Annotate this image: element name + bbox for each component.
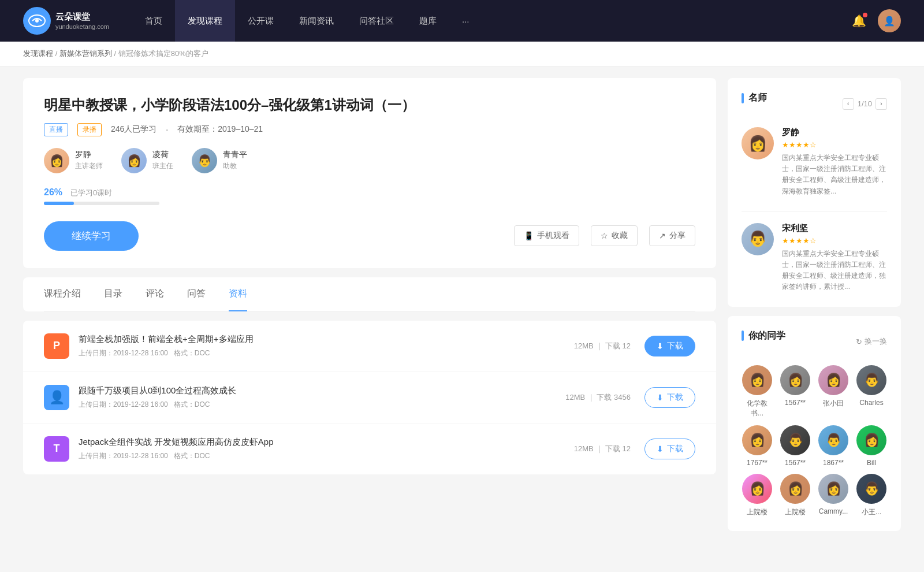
classmate-name-1: 1567**: [785, 399, 806, 407]
teacher-info-2: 凌荷 班主任: [152, 150, 173, 171]
classmate-avatar-6[interactable]: 👨: [818, 425, 848, 455]
teacher-role-1: 主讲老师: [75, 161, 103, 171]
classmate-avatar-9[interactable]: 👩: [780, 474, 810, 504]
teacher-info-1: 罗静 主讲老师: [75, 150, 103, 171]
resource-icon-3: T: [44, 436, 69, 462]
mobile-watch-button[interactable]: 📱 手机观看: [514, 225, 579, 246]
star-icon: ☆: [601, 231, 608, 240]
tabs-row: 课程介绍 目录 评论 问答 资料: [44, 277, 695, 311]
next-teacher-btn[interactable]: ›: [875, 98, 887, 110]
nav-item-quiz[interactable]: 题库: [407, 0, 449, 42]
nav-item-more[interactable]: ···: [449, 0, 482, 42]
classmates-sidebar-card: 你的同学 ↻ 换一换 👩 化学教书... 👩 1567**: [728, 316, 901, 531]
resource-name-3: Jetpack全组件实战 开发短视频应用高仿皮皮虾App: [79, 437, 574, 448]
teachers-sidebar-header: 名师 ‹ 1/10 ›: [742, 92, 887, 116]
download-button-3[interactable]: ⬇ 下载: [644, 439, 695, 459]
classmate-item-7: 👩 Bill: [856, 425, 887, 467]
download-icon-3: ⬇: [657, 444, 664, 454]
download-button-1[interactable]: ⬇ 下载: [644, 336, 695, 356]
tab-comment[interactable]: 评论: [146, 277, 164, 311]
teachers-sidebar-title: 名师: [742, 92, 767, 104]
classmate-name-4: 1767**: [747, 459, 767, 467]
nav-items: 首页 发现课程 公开课 新闻资讯 问答社区 题库 ···: [132, 0, 852, 42]
classmate-name-7: Bill: [867, 459, 876, 467]
tab-catalog[interactable]: 目录: [104, 277, 122, 311]
classmate-avatar-10[interactable]: 👩: [818, 474, 848, 504]
classmate-item-11: 👨 小王...: [856, 474, 887, 517]
nav-item-discover[interactable]: 发现课程: [175, 0, 235, 42]
nav-item-qa[interactable]: 问答社区: [346, 0, 407, 42]
classmate-item-0: 👩 化学教书...: [742, 365, 773, 418]
resource-stats-1: 12MB ｜ 下载 12: [574, 341, 631, 351]
sidebar-teacher-info-1: 罗静 ★★★★☆ 国内某重点大学安全工程专业硕士，国家一级注册消防工程师、注册安…: [782, 127, 887, 197]
logo[interactable]: 云朵课堂 yunduoketang.com: [23, 7, 109, 35]
classmate-avatar-0[interactable]: 👩: [742, 365, 772, 395]
classmate-avatar-4[interactable]: 👩: [742, 425, 772, 455]
sidebar: 名师 ‹ 1/10 › 👩 罗静 ★★★★☆ 国内某重点大学安全工程专业硕士，国…: [728, 78, 901, 540]
classmate-name-0: 化学教书...: [742, 399, 773, 418]
breadcrumb-link-series[interactable]: 新媒体营销系列: [59, 49, 112, 58]
course-meta: 直播 录播 246人已学习 · 有效期至：2019–10–21: [44, 123, 695, 136]
students-count: 246人已学习: [111, 124, 157, 135]
classmates-sidebar-header: 你的同学 ↻ 换一换: [742, 330, 887, 354]
classmate-name-2: 张小田: [823, 399, 844, 408]
sidebar-teacher-2: 👨 宋利坚 ★★★★☆ 国内某重点大学安全工程专业硕士，国家一级注册消防工程师、…: [742, 223, 887, 293]
notification-bell[interactable]: 🔔: [852, 14, 866, 28]
download-button-2[interactable]: ⬇ 下载: [644, 387, 695, 408]
breadcrumb-link-discover[interactable]: 发现课程: [23, 49, 53, 58]
notification-dot: [863, 13, 867, 17]
classmate-avatar-1[interactable]: 👩: [780, 365, 810, 395]
classmate-name-8: 上院楼: [747, 507, 767, 517]
valid-until-date: 有效期至：2019–10–21: [177, 124, 263, 135]
classmate-name-9: 上院楼: [785, 507, 806, 517]
nav-item-home[interactable]: 首页: [132, 0, 175, 42]
teacher-name-1: 罗静: [75, 150, 103, 160]
breadcrumb-sep-2: /: [114, 49, 118, 58]
tab-qa[interactable]: 问答: [187, 277, 206, 311]
tab-intro[interactable]: 课程介绍: [44, 277, 81, 311]
user-avatar-nav[interactable]: 👤: [878, 9, 901, 32]
sidebar-teacher-stars-2: ★★★★☆: [782, 236, 887, 245]
resource-name-2: 跟随千万级项目从0到100全过程高效成长: [79, 385, 565, 396]
refresh-icon: ↻: [856, 337, 862, 346]
sidebar-teacher-desc-1: 国内某重点大学安全工程专业硕士，国家一级注册消防工程师、注册安全工程师、高级注册…: [782, 153, 887, 197]
classmate-avatar-7[interactable]: 👩: [856, 425, 886, 455]
classmates-sidebar-title: 你的同学: [742, 330, 785, 342]
continue-study-button[interactable]: 继续学习: [44, 221, 139, 251]
classmate-item-10: 👩 Cammy...: [818, 474, 849, 517]
classmate-name-3: Charles: [859, 399, 883, 407]
resource-list: P 前端全栈加强版！前端全栈+全周期+多端应用 上传日期：2019-12-28 …: [23, 321, 716, 474]
resource-item-2: 👤 跟随千万级项目从0到100全过程高效成长 上传日期：2019-12-28 1…: [23, 372, 716, 424]
sidebar-teacher-avatar-2: 👨: [742, 223, 774, 255]
progress-percent: 26%: [44, 187, 62, 197]
classmate-avatar-2[interactable]: 👩: [818, 365, 848, 395]
classmate-item-9: 👩 上院楼: [780, 474, 811, 517]
switch-classmates-button[interactable]: ↻ 换一换: [856, 336, 887, 347]
teacher-name-2: 凌荷: [152, 150, 173, 160]
classmate-avatar-8[interactable]: 👩: [742, 474, 772, 504]
sidebar-teacher-stars-1: ★★★★☆: [782, 140, 887, 149]
share-button[interactable]: ↗ 分享: [649, 225, 695, 246]
breadcrumb-current: 销冠修炼术搞定80%的客户: [118, 49, 208, 58]
mobile-icon: 📱: [524, 231, 534, 240]
collect-button[interactable]: ☆ 收藏: [591, 225, 638, 246]
classmate-avatar-3[interactable]: 👨: [856, 365, 886, 395]
classmate-avatar-5[interactable]: 👨: [780, 425, 810, 455]
classmate-avatar-11[interactable]: 👨: [856, 474, 886, 504]
resource-stats-3: 12MB ｜ 下载 12: [574, 444, 631, 454]
resource-item-1: P 前端全栈加强版！前端全栈+全周期+多端应用 上传日期：2019-12-28 …: [23, 321, 716, 372]
teacher-divider: [742, 211, 887, 211]
nav-item-news[interactable]: 新闻资讯: [286, 0, 346, 42]
action-row: 继续学习 📱 手机观看 ☆ 收藏 ↗ 分享: [44, 221, 695, 251]
share-icon: ↗: [659, 231, 666, 240]
download-icon-1: ⬇: [657, 341, 664, 351]
teacher-avatar-2: 👩: [121, 148, 147, 173]
resource-info-1: 前端全栈加强版！前端全栈+全周期+多端应用 上传日期：2019-12-28 16…: [79, 334, 574, 358]
tab-resource[interactable]: 资料: [229, 277, 247, 311]
classmate-item-2: 👩 张小田: [818, 365, 849, 418]
prev-teacher-btn[interactable]: ‹: [843, 98, 854, 110]
classmate-name-10: Cammy...: [819, 507, 848, 515]
nav-item-open[interactable]: 公开课: [235, 0, 286, 42]
resource-item-3: T Jetpack全组件实战 开发短视频应用高仿皮皮虾App 上传日期：2019…: [23, 424, 716, 474]
teacher-info-3: 青青平 助教: [223, 150, 247, 171]
